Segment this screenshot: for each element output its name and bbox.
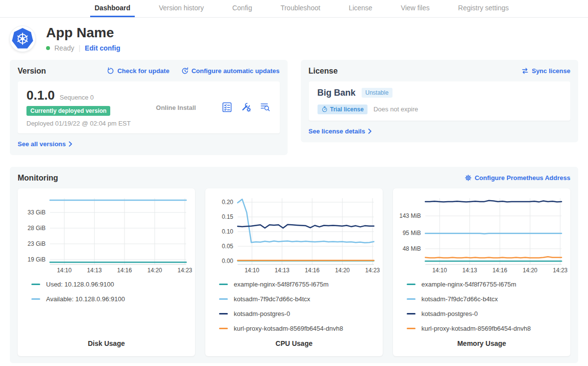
app-logo <box>10 26 35 52</box>
chart-legend: Used: 10.128.0.96:9100Available: 10.128.… <box>18 275 195 310</box>
legend-swatch <box>219 284 228 285</box>
preflight-checks-icon[interactable] <box>221 102 233 113</box>
svg-text:14:16: 14:16 <box>117 267 132 274</box>
chevron-right-icon <box>69 141 73 147</box>
svg-text:28 GiB: 28 GiB <box>27 225 46 232</box>
current-version-card: 0.1.0 Sequence 0 Currently deployed vers… <box>18 81 280 133</box>
legend-item: kurl-proxy-kotsadm-8569fb6454-dnvh8 <box>407 325 570 332</box>
legend-swatch <box>407 284 416 285</box>
legend-swatch <box>31 298 40 300</box>
trial-license-badge: Trial license <box>318 105 368 114</box>
deployed-badge: Currently deployed version <box>26 106 110 116</box>
svg-text:33 GiB: 33 GiB <box>27 209 46 216</box>
legend-item: Available: 10.128.0.96:9100 <box>31 295 195 303</box>
chart-legend: example-nginx-54f8f76755-l675mkotsadm-7f… <box>393 275 570 340</box>
legend-label: example-nginx-54f8f76755-l675m <box>421 281 516 288</box>
legend-label: kurl-proxy-kotsadm-8569fb6454-dnvh8 <box>421 325 531 332</box>
chart-plot: 19 GiB23 GiB28 GiB33 GiB14:1014:1314:161… <box>18 192 195 275</box>
page-title: App Name <box>46 26 120 41</box>
legend-item: kotsadm-7f9dc7d66c-b4tcx <box>407 295 570 303</box>
monitoring-title: Monitoring <box>18 174 58 183</box>
version-panel: Version Check for update <box>10 60 288 155</box>
legend-label: kotsadm-postgres-0 <box>421 310 478 317</box>
legend-swatch <box>31 284 40 285</box>
tab-dashboard[interactable]: Dashboard <box>90 0 135 17</box>
legend-label: kotsadm-7f9dc7d66c-b4tcx <box>234 295 310 303</box>
svg-text:14:23: 14:23 <box>553 267 567 274</box>
refresh-icon <box>107 67 114 75</box>
chart-title: CPU Usage <box>205 340 383 347</box>
svg-text:14:10: 14:10 <box>245 267 259 274</box>
svg-text:14:13: 14:13 <box>87 267 102 274</box>
kubernetes-icon <box>12 28 33 50</box>
edit-config-wrench-icon[interactable] <box>241 102 252 113</box>
legend-label: kotsadm-postgres-0 <box>234 310 290 317</box>
monitoring-panel: Monitoring Configure Prometheus Address … <box>10 167 578 363</box>
svg-text:0.05: 0.05 <box>222 243 234 250</box>
legend-swatch <box>407 328 416 329</box>
status-text: Ready <box>54 44 74 52</box>
edit-config-link[interactable]: Edit config <box>85 44 120 52</box>
tab-view-files[interactable]: View files <box>396 0 434 17</box>
version-number: 0.1.0 <box>26 88 55 103</box>
svg-text:14:10: 14:10 <box>432 267 447 274</box>
expiration-text: Does not expire <box>373 105 418 113</box>
stopwatch-icon <box>321 106 328 112</box>
svg-text:14:23: 14:23 <box>365 267 380 274</box>
tab-version-history[interactable]: Version history <box>154 0 208 17</box>
license-panel: License Sync license Big Bank Unstable <box>301 60 579 142</box>
svg-text:95 MiB: 95 MiB <box>403 230 421 236</box>
chart-card-disk-usage: 19 GiB23 GiB28 GiB33 GiB14:1014:1314:161… <box>18 188 195 356</box>
svg-text:0.15: 0.15 <box>222 213 234 220</box>
legend-swatch <box>407 313 416 314</box>
view-diff-logs-icon[interactable] <box>260 102 271 113</box>
chart-plot: 0.000.050.100.150.2014:1014:1314:1614:20… <box>205 192 383 275</box>
version-sequence: Sequence 0 <box>60 94 94 101</box>
legend-swatch <box>219 328 228 329</box>
status-dot <box>46 46 50 50</box>
version-panel-title: Version <box>18 67 46 76</box>
svg-text:14:10: 14:10 <box>57 267 72 274</box>
legend-label: Available: 10.128.0.96:9100 <box>46 295 125 303</box>
clock-refresh-icon <box>181 67 189 75</box>
svg-text:14:20: 14:20 <box>335 267 350 274</box>
legend-label: Used: 10.128.0.96:9100 <box>46 281 114 288</box>
see-license-details-link[interactable]: See license details <box>309 128 372 135</box>
check-for-update-button[interactable]: Check for update <box>107 67 169 75</box>
divider: | <box>78 44 80 52</box>
sync-arrows-icon <box>521 67 529 75</box>
customer-name: Big Bank <box>318 88 356 98</box>
legend-item: example-nginx-54f8f76755-l675m <box>407 281 570 288</box>
svg-text:14:13: 14:13 <box>275 267 290 274</box>
see-all-versions-link[interactable]: See all versions <box>18 140 73 148</box>
chart-plot: 48 MiB95 MiB143 MiB14:1014:1314:1614:201… <box>393 192 570 275</box>
svg-text:14:13: 14:13 <box>463 267 477 274</box>
legend-item: kotsadm-7f9dc7d66c-b4tcx <box>219 295 383 303</box>
legend-label: kurl-proxy-kotsadm-8569fb6454-dnvh8 <box>234 325 343 332</box>
chart-title: Disk Usage <box>18 340 195 347</box>
svg-text:14:20: 14:20 <box>147 267 162 274</box>
svg-text:19 GiB: 19 GiB <box>27 256 46 263</box>
tab-license[interactable]: License <box>344 0 377 17</box>
deployed-timestamp: Deployed 01/19/22 @ 02:04 pm EST <box>26 120 131 127</box>
channel-badge: Unstable <box>362 88 392 98</box>
legend-label: example-nginx-54f8f76755-l675m <box>234 281 329 288</box>
tab-registry-settings[interactable]: Registry settings <box>454 0 513 17</box>
legend-swatch <box>219 298 228 300</box>
tab-config[interactable]: Config <box>228 0 256 17</box>
svg-text:0.10: 0.10 <box>222 228 234 235</box>
chart-card-cpu-usage: 0.000.050.100.150.2014:1014:1314:1614:20… <box>205 188 383 356</box>
svg-text:143 MiB: 143 MiB <box>399 212 421 219</box>
legend-item: kotsadm-postgres-0 <box>407 310 570 317</box>
legend-item: kurl-proxy-kotsadm-8569fb6454-dnvh8 <box>219 325 383 332</box>
chevron-right-icon <box>368 129 372 134</box>
license-details-card: Big Bank Unstable Trial license Does not… <box>309 81 571 121</box>
tab-troubleshoot[interactable]: Troubleshoot <box>276 0 324 17</box>
configure-prometheus-button[interactable]: Configure Prometheus Address <box>465 174 570 182</box>
configure-automatic-updates-button[interactable]: Configure automatic updates <box>181 67 280 75</box>
legend-item: example-nginx-54f8f76755-l675m <box>219 281 383 288</box>
svg-text:14:16: 14:16 <box>305 267 319 274</box>
sync-license-button[interactable]: Sync license <box>521 67 570 75</box>
legend-swatch <box>219 313 228 314</box>
install-type-label: Online Install <box>156 104 196 111</box>
